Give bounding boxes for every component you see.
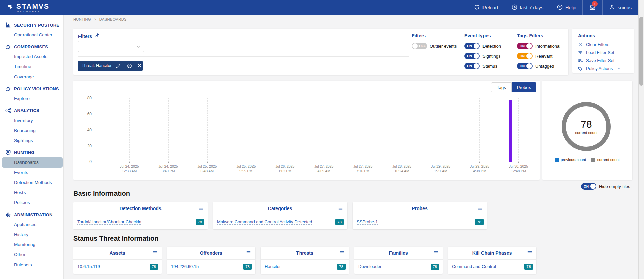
x-tick-label: Jul 27, 20257:16 PM [347, 164, 379, 173]
action-policy-actions[interactable]: Policy Actions [578, 66, 622, 71]
card-header: Offenders [167, 247, 255, 260]
menu-icon[interactable] [338, 206, 343, 211]
y-tick-label: 40 [80, 128, 92, 132]
hide-empty-tiles-toggle[interactable]: ON [581, 183, 596, 190]
sidebar-section-security-posture[interactable]: SECURITY POSTURE [0, 20, 63, 30]
menu-icon[interactable] [433, 250, 439, 255]
stamus-logo-icon [7, 4, 14, 12]
help-button[interactable]: ? Help [550, 0, 582, 15]
menu-icon[interactable] [152, 250, 157, 255]
sidebar-item-policies[interactable]: Policies [0, 198, 63, 208]
sidebar-item-explore[interactable]: Explore [0, 94, 63, 104]
sidebar-section-hunting[interactable]: HUNTING [0, 147, 63, 157]
sidebar-item-sightings[interactable]: Sightings [0, 136, 63, 146]
menu-icon[interactable] [246, 250, 251, 255]
pin-icon[interactable] [95, 33, 100, 39]
card-link-194-226-60-15[interactable]: 194.226.60.15 [171, 264, 199, 269]
filter-search-select[interactable] [78, 41, 144, 52]
sidebar-item-beaconing[interactable]: Beaconing [0, 126, 63, 136]
sidebar-item-timeline[interactable]: Timeline [0, 62, 63, 72]
navbar-actions: Reload last 7 days ? Help 1 scirius [467, 0, 638, 15]
count-badge: 78 [337, 264, 346, 270]
menu-icon[interactable] [478, 206, 483, 211]
sidebar-item-rulesets[interactable]: Rulesets [0, 260, 63, 270]
count-donut-panel: 78 current count previous countcurrent c… [542, 81, 632, 180]
breadcrumb-hunting[interactable]: HUNTING [73, 17, 91, 21]
menu-icon[interactable] [198, 206, 203, 211]
toggle-outlier-events[interactable]: OFF [412, 43, 427, 49]
toggle-detection[interactable]: ON [464, 43, 480, 49]
menu-icon[interactable] [527, 250, 532, 255]
time-range-button[interactable]: last 7 days [505, 0, 550, 15]
toggle-sightings[interactable]: ON [464, 53, 480, 59]
reload-button[interactable]: Reload [467, 0, 505, 15]
toggle-relevant[interactable]: ON [517, 53, 533, 59]
sidebar-section-compromises[interactable]: COMPROMISES [0, 42, 63, 52]
toggle-label-untagged: Untagged [535, 64, 554, 69]
breadcrumb-dashboards[interactable]: DASHBOARDS [99, 17, 127, 21]
card-link-malware-command-and-control-activity-detected[interactable]: Malware Command and Control Activity Det… [217, 219, 312, 225]
legend-swatch-previous-count [555, 158, 559, 162]
remove-filter-icon[interactable] [137, 63, 142, 68]
sidebar-item-inventory[interactable]: Inventory [0, 115, 63, 126]
toggle-untagged[interactable]: ON [517, 63, 533, 69]
card-link-downloader[interactable]: Downloader [358, 264, 381, 269]
h-gridline [95, 130, 536, 130]
user-menu-button[interactable]: scirius [602, 0, 638, 15]
sidebar-item-appliances[interactable]: Appliances [0, 220, 63, 230]
card-link-ssprobe-1[interactable]: SSProbe-1 [357, 219, 378, 225]
count-badge: 78 [335, 219, 344, 225]
negate-filter-icon[interactable] [127, 63, 132, 68]
legend-previous-count: previous count [555, 158, 586, 162]
sidebar-item-operational-center[interactable]: Operational Center [0, 30, 63, 40]
card-link-hancitor[interactable]: Hancitor [265, 264, 281, 269]
card-header: Categories [213, 202, 347, 215]
x-tick-label: Jul 24, 20253:40 PM [152, 164, 184, 173]
sidebar-item-detection-methods[interactable]: Detection Methods [0, 178, 63, 188]
action-load-filter-set[interactable]: Load Filter Set [578, 50, 614, 55]
sidebar-item-dashboards[interactable]: Dashboards [2, 157, 63, 168]
page-scrollbar-thumb[interactable] [639, 17, 643, 86]
sidebar-item-other[interactable]: Other [0, 250, 63, 260]
toggle-label-relevant: Relevant [535, 54, 552, 59]
brand-logo[interactable]: STAMVS NETWORKS [7, 3, 49, 13]
sidebar-item-monitoring[interactable]: Monitoring [0, 240, 63, 250]
x-tick-label: Jul 29, 20254:38 PM [463, 164, 496, 173]
reload-label: Reload [482, 5, 498, 10]
hide-empty-tiles-label: Hide empty tiles [599, 184, 630, 189]
sidebar-section-label: HUNTING [14, 150, 35, 155]
sidebar-item-hosts[interactable]: Hosts [0, 188, 63, 198]
sidebar-item-history[interactable]: History [0, 230, 63, 240]
sidebar-section-policy-violations[interactable]: POLICY VIOLATIONS [0, 84, 63, 94]
action-save-filter-set[interactable]: Save Filter Set [578, 58, 614, 63]
current-count-value: 78 [581, 119, 592, 130]
card-link-command-and-control[interactable]: Command and Control [452, 264, 496, 269]
x-tick-mark [246, 162, 246, 163]
action-clear-filters[interactable]: Clear Filters [578, 42, 609, 47]
sidebar-item-impacted-assets[interactable]: Impacted Assets [0, 52, 63, 62]
card-item-10-6-15-119: 10.6.15.11978 [73, 260, 162, 274]
card-link-tordal-hancitor-chanitor-checkin[interactable]: Tordal/Hancitor/Chanitor Checkin [77, 219, 141, 225]
sidebar-item-events[interactable]: Events [0, 168, 63, 178]
toggle-state-label: ON [467, 54, 472, 58]
card-link-10-6-15-119[interactable]: 10.6.15.119 [77, 264, 100, 269]
card-item-hancitor: Hancitor78 [261, 260, 349, 274]
legend-swatch-current-count [591, 158, 595, 162]
x-tick-label: Jul 25, 20256:48 AM [191, 164, 223, 173]
toggle-state-label: ON [520, 54, 525, 58]
count-badge: 78 [150, 264, 158, 270]
sidebar-section-administration[interactable]: ADMINISTRATION [0, 210, 63, 220]
x-tick-mark [363, 162, 363, 163]
menu-icon[interactable] [340, 250, 345, 255]
tag-icon [578, 66, 583, 71]
toggle-informational[interactable]: ON [517, 43, 533, 49]
edit-filter-icon[interactable] [116, 63, 121, 68]
x-tick-mark [518, 162, 519, 163]
toggle-stamus[interactable]: ON [464, 63, 480, 69]
sidebar-item-coverage[interactable]: Coverage [0, 72, 63, 82]
chart-bar-78[interactable] [509, 100, 512, 162]
x-tick-label: Jul 28, 202510:24 AM [386, 164, 418, 173]
notifications-button[interactable]: 1 [582, 0, 602, 15]
clock-icon [512, 4, 517, 11]
sidebar-section-analytics[interactable]: ANALYTICS [0, 105, 63, 115]
